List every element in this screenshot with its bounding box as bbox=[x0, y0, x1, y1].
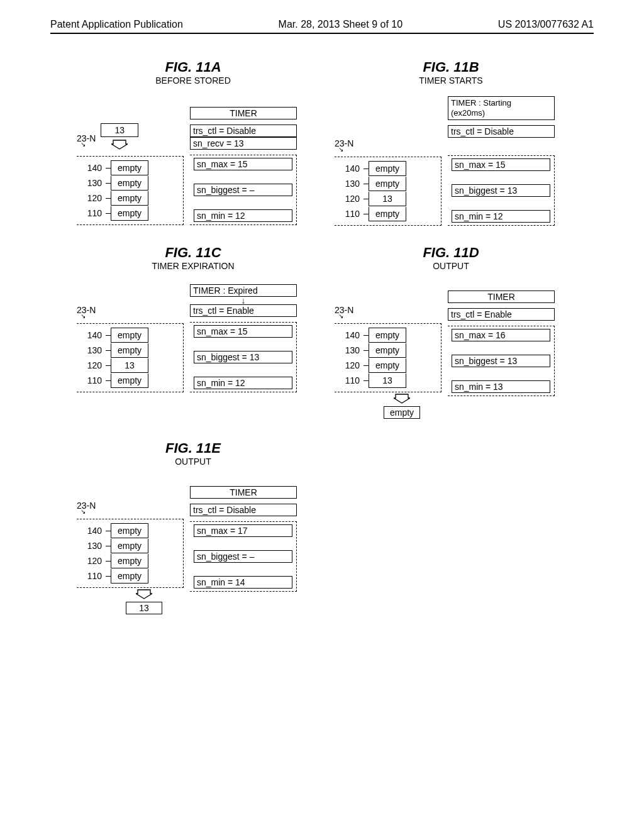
sn-biggest-box: sn_biggest = 13 bbox=[194, 351, 292, 363]
output-packet: 13 bbox=[126, 602, 162, 614]
queue-label: 23-N bbox=[77, 133, 96, 143]
slot-120: 13 bbox=[111, 358, 148, 373]
figure-11b: FIG. 11B TIMER STARTS 23-N ↘ 140empty 13… bbox=[335, 59, 567, 226]
slot-120: empty bbox=[369, 358, 406, 373]
header-right: US 2013/0077632 A1 bbox=[498, 19, 594, 30]
fig-title: FIG. 11B bbox=[335, 59, 567, 75]
slot-140: empty bbox=[111, 160, 148, 175]
slot-120: empty bbox=[111, 554, 148, 568]
sn-min-box: sn_min = 12 bbox=[452, 210, 550, 223]
arrow-down-icon bbox=[126, 589, 162, 599]
sn-min-box: sn_min = 12 bbox=[194, 209, 292, 222]
fig-title: FIG. 11A bbox=[77, 59, 309, 75]
arrow-down-icon bbox=[101, 140, 138, 150]
slot-110: 13 bbox=[369, 374, 406, 388]
fig-title: FIG. 11E bbox=[77, 440, 309, 456]
addr-140: 140 bbox=[77, 163, 102, 173]
queue-label: 23-N bbox=[335, 305, 353, 315]
trs-ctl-box: trs_ctl = Disable bbox=[448, 125, 555, 138]
slot-130: empty bbox=[111, 539, 148, 553]
slot-130: empty bbox=[369, 343, 406, 358]
slot-130: empty bbox=[111, 343, 148, 358]
queue-label: 23-N bbox=[335, 138, 353, 148]
slot-110: empty bbox=[111, 374, 148, 388]
sn-recv-box: sn_recv = 13 bbox=[190, 137, 297, 150]
figure-11c: FIG. 11C TIMER EXPIRATION 23-N ↘ 140empt… bbox=[77, 245, 309, 421]
figure-11d: FIG. 11D OUTPUT 23-N ↘ 140empty 130empty… bbox=[335, 245, 567, 421]
slot-110: empty bbox=[369, 207, 406, 221]
sn-max-box: sn_max = 16 bbox=[452, 329, 550, 341]
timer-box: TIMER bbox=[190, 107, 297, 119]
figure-11a: FIG. 11A BEFORE STORED 23-N ↘ 13 bbox=[77, 59, 309, 226]
sn-min-box: sn_min = 13 bbox=[452, 380, 550, 393]
sn-max-box: sn_max = 15 bbox=[194, 158, 292, 170]
fig-subtitle: BEFORE STORED bbox=[77, 75, 309, 86]
slot-110: empty bbox=[111, 569, 148, 584]
sn-max-box: sn_max = 15 bbox=[194, 325, 292, 338]
fig-title: FIG. 11D bbox=[335, 245, 567, 261]
addr-120: 120 bbox=[77, 193, 102, 203]
arrow-down-icon bbox=[384, 394, 420, 404]
header-mid: Mar. 28, 2013 Sheet 9 of 10 bbox=[279, 19, 402, 30]
queue-label: 23-N bbox=[77, 305, 96, 315]
sn-min-box: sn_min = 14 bbox=[194, 576, 292, 589]
trs-ctl-box: trs_ctl = Enable bbox=[190, 304, 297, 317]
figure-11e: FIG. 11E OUTPUT 23-N ↘ 140empty 130empty… bbox=[77, 440, 309, 617]
timer-box: TIMER bbox=[448, 290, 555, 303]
fig-title: FIG. 11C bbox=[77, 245, 309, 261]
fig-subtitle: TIMER EXPIRATION bbox=[77, 261, 309, 271]
slot-110: empty bbox=[111, 206, 148, 221]
sn-biggest-box: sn_biggest = 13 bbox=[452, 184, 550, 197]
output-packet: empty bbox=[384, 406, 420, 419]
page-header: Patent Application Publication Mar. 28, … bbox=[50, 19, 594, 34]
addr-130: 130 bbox=[77, 178, 102, 188]
fig-subtitle: OUTPUT bbox=[77, 456, 309, 467]
trs-ctl-box: trs_ctl = Disable bbox=[190, 504, 297, 516]
sn-biggest-box: sn_biggest = – bbox=[194, 184, 292, 196]
slot-140: empty bbox=[369, 328, 406, 343]
sn-max-box: sn_max = 17 bbox=[194, 524, 292, 537]
sn-min-box: sn_min = 12 bbox=[194, 377, 292, 389]
fig-subtitle: TIMER STARTS bbox=[335, 75, 567, 86]
addr-110: 110 bbox=[77, 208, 102, 218]
sn-max-box: sn_max = 15 bbox=[452, 158, 550, 171]
slot-140: empty bbox=[111, 523, 148, 538]
slot-140: empty bbox=[111, 328, 148, 343]
timer-box: TIMER : Expired bbox=[190, 284, 297, 297]
trs-ctl-box: trs_ctl = Enable bbox=[448, 308, 555, 321]
queue-label: 23-N bbox=[77, 501, 96, 511]
timer-box: TIMER bbox=[190, 486, 297, 499]
slot-130: empty bbox=[369, 177, 406, 191]
arrow-down-icon: ↓ bbox=[190, 297, 297, 304]
slot-130: empty bbox=[111, 176, 148, 191]
slot-140: empty bbox=[369, 161, 406, 176]
slot-120: 13 bbox=[369, 192, 406, 206]
fig-subtitle: OUTPUT bbox=[335, 261, 567, 271]
slot-120: empty bbox=[111, 191, 148, 206]
sn-biggest-box: sn_biggest = 13 bbox=[452, 355, 550, 367]
timer-box: TIMER : Starting(ex20ms) bbox=[448, 96, 555, 121]
sn-biggest-box: sn_biggest = – bbox=[194, 550, 292, 563]
input-packet: 13 bbox=[101, 123, 138, 137]
trs-ctl-box: trs_ctl = Disable bbox=[190, 124, 297, 137]
header-left: Patent Application Publication bbox=[50, 19, 183, 30]
